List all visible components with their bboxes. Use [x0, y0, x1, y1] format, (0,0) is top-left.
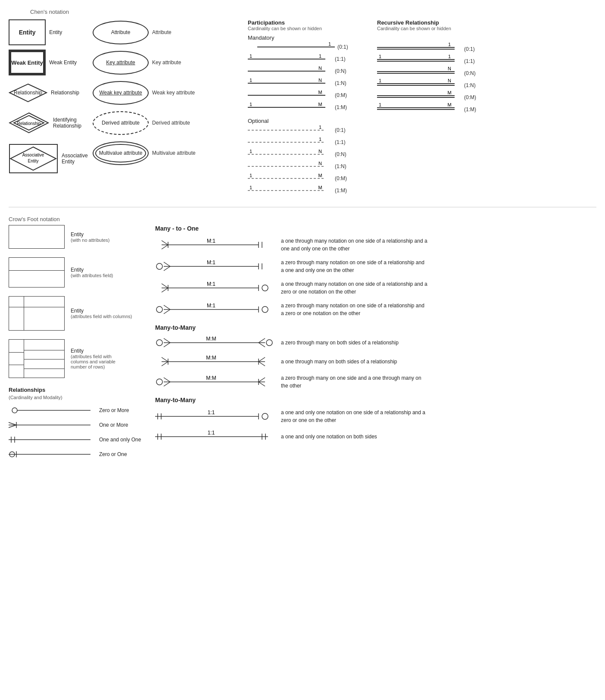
svg-line-130 [259, 382, 265, 386]
rec-card-1N: (1:N) [464, 82, 476, 88]
svg-text:1: 1 [249, 149, 252, 154]
svg-text:M: M [318, 90, 322, 95]
svg-point-127 [156, 379, 162, 385]
cf-entity-basic-label: Entity (with no attributes) [71, 231, 140, 243]
svg-line-97 [164, 309, 170, 314]
svg-text:M:M: M:M [206, 375, 216, 381]
chens-attr-row: Attribute Attribute [93, 19, 248, 45]
m1-row-3: M:1 a one through many notation on one s… [155, 280, 596, 296]
part-mandatory-01: 1 (0:1) [248, 43, 368, 51]
m1-line-1: M:1 [155, 238, 276, 251]
svg-text:1: 1 [379, 102, 381, 107]
svg-text:M:1: M:1 [207, 259, 215, 266]
rec-01: 1 (0:1) [377, 45, 498, 53]
svg-text:1: 1 [379, 78, 381, 83]
svg-text:1: 1 [448, 54, 451, 59]
part-mandatory-0M: M (0:M) [248, 91, 368, 100]
crows-rel-title: Relationships [9, 387, 147, 393]
mm-desc-1: a zero through many on both sides of a r… [281, 339, 399, 347]
svg-line-114 [162, 357, 168, 362]
crows-rel-section: Relationships (Cardinality and Modality)… [9, 387, 147, 459]
cf-entity-col-shape [9, 296, 65, 331]
entity-shape: Entity [9, 19, 46, 45]
svg-text:Relationship: Relationship [17, 121, 41, 126]
rec-card-1M: (1:M) [464, 106, 476, 112]
svg-line-61 [9, 422, 16, 425]
part-opt-11: 1 (1:1) [248, 138, 368, 147]
participations-header: Participations Cardinality can be shown … [248, 19, 368, 31]
svg-text:M:1: M:1 [207, 238, 215, 244]
chens-derived-attr-row: Derived attribute Derived attribute [93, 110, 248, 136]
part-opt-0M: 1 M (0:M) [248, 174, 368, 183]
svg-text:1:1: 1:1 [208, 430, 215, 436]
part-opt-card-11: (1:1) [335, 139, 346, 145]
chens-attributes-col: Attribute Attribute Key attribute Key at… [93, 19, 248, 166]
weak-key-attr-shape-label: Weak key attribute [99, 90, 142, 96]
svg-line-62 [9, 425, 16, 428]
svg-line-80 [164, 262, 170, 266]
multivalue-attr-label: Multivalue attribute [152, 150, 221, 156]
mm-line-2: M:M [155, 355, 276, 368]
rec-11: 1 1 (1:1) [377, 57, 498, 66]
svg-text:1: 1 [319, 137, 321, 142]
chens-section: Chen's notation Entity Entity Weak Entit… [9, 9, 596, 207]
svg-text:1: 1 [249, 78, 252, 83]
part-card-1N: (1:N) [335, 80, 346, 86]
svg-text:N: N [448, 66, 451, 71]
entity-shape-label: Entity [19, 29, 36, 36]
recursive-header: Recursive Relationship Cardinality can b… [377, 19, 498, 31]
svg-point-93 [262, 285, 268, 291]
weak-entity-shape: Weak Entity [9, 50, 46, 75]
svg-text:1: 1 [328, 41, 331, 47]
participations-col: Participations Cardinality can be shown … [248, 19, 368, 198]
rec-card-01: (0:1) [464, 46, 475, 52]
part-opt-card-1N: (1:N) [335, 163, 346, 169]
cf-entity-varrows-right [24, 340, 64, 378]
many-to-many-title: Many-to-Many [155, 324, 596, 331]
participations-subtitle: Cardinality can be shown or hidden [248, 26, 368, 31]
m1-row-4: M:1 a zero through many notation on one … [155, 302, 596, 317]
svg-text:M: M [318, 173, 322, 178]
chens-entity-row: Entity Entity [9, 19, 93, 45]
svg-text:1: 1 [379, 54, 381, 59]
svg-line-96 [164, 305, 170, 309]
svg-line-104 [164, 338, 170, 343]
m1-desc-4: a zero through many notation on one side… [281, 302, 427, 317]
svg-text:M: M [318, 102, 322, 107]
identifying-rel-shape-container: Relationship [9, 111, 50, 135]
svg-text:1: 1 [319, 53, 321, 59]
chens-weak-entity-row: Weak Entity Weak Entity [9, 50, 93, 75]
chens-key-attr-row: Key attribute Key attribute [93, 50, 248, 75]
svg-line-89 [162, 288, 168, 292]
part-mandatory-1M: 1 M (1:M) [248, 103, 368, 112]
mm-desc-2: a one through many on both sides of a re… [281, 358, 397, 366]
cf-entity-attr-row: Entity (with attributes field) [9, 257, 147, 288]
svg-text:M: M [447, 90, 451, 95]
one-more-label: One or More [99, 422, 128, 428]
identifying-rel-label: Identifying Relationship [53, 117, 93, 129]
svg-text:1: 1 [319, 125, 321, 130]
oo-line-1: 1:1 [155, 410, 276, 423]
svg-text:N: N [318, 66, 322, 71]
svg-line-81 [164, 266, 170, 271]
svg-line-115 [162, 362, 168, 366]
svg-line-105 [164, 343, 170, 347]
part-mandatory-1N: 1 N (1:N) [248, 79, 368, 88]
cf-entity-varrows-label: Entity (attributes field with columns an… [71, 348, 140, 369]
svg-line-110 [259, 343, 265, 347]
svg-text:1: 1 [249, 102, 252, 107]
recursive-title: Recursive Relationship [377, 19, 498, 26]
recursive-col: Recursive Relationship Cardinality can b… [377, 19, 498, 198]
key-attr-shape: Key attribute [93, 51, 149, 75]
mm-desc-3: a zero through many on one side and a on… [281, 374, 427, 390]
attribute-shape-label: Attribute [111, 29, 131, 35]
cf-entity-col-row: Entity (attributes field with columns) [9, 296, 147, 331]
part-card-01-0: (0:1) [337, 44, 348, 50]
crows-rel-sub: (Cardinality and Modality) [9, 395, 147, 400]
chens-multivalue-attr-row: Multivalue attribute Multivalue attribut… [93, 140, 248, 166]
crows-title: Crow's Foot notation [9, 216, 596, 222]
svg-line-129 [259, 378, 265, 382]
key-attr-label: Key attribute [152, 59, 221, 66]
rec-0N: N (0:N) [377, 69, 498, 78]
svg-text:Associative: Associative [22, 153, 44, 157]
